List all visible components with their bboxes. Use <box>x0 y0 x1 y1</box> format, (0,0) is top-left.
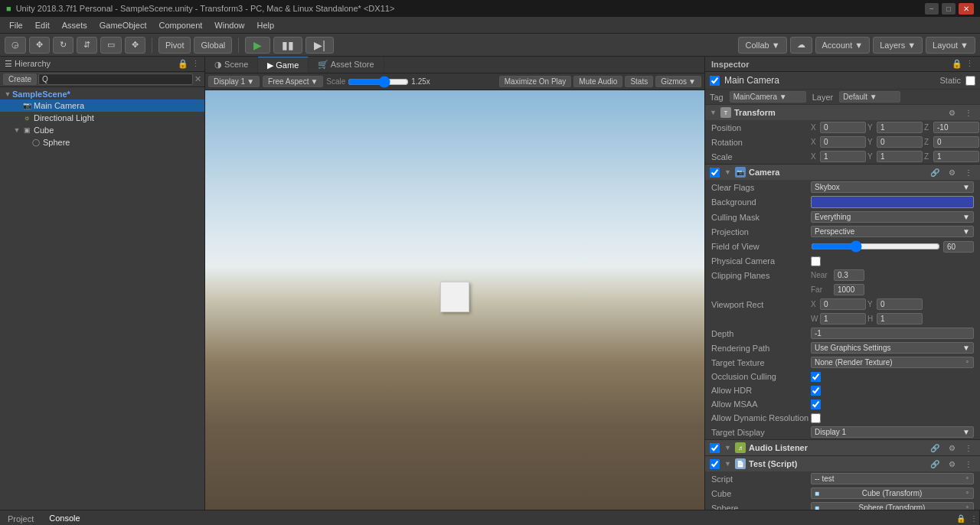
transform-tool-btn[interactable]: ✥ <box>125 37 145 54</box>
test-script-header[interactable]: ▼ 📄 Test (Script) 🔗 ⚙ ⋮ <box>705 456 980 471</box>
bottom-lock-icon[interactable]: 🔒 <box>955 513 967 524</box>
layer-dropdown[interactable]: Default ▼ <box>839 91 900 103</box>
asset-store-tab[interactable]: 🛒 Asset Store <box>309 57 384 73</box>
tree-item-maincamera[interactable]: 📷 Main Camera <box>0 99 204 112</box>
clearflags-dropdown[interactable]: Skybox ▼ <box>811 181 974 193</box>
gizmos-btn[interactable]: Gizmos ▼ <box>655 76 701 87</box>
mute-btn[interactable]: Mute Audio <box>573 76 622 87</box>
hierarchy-menu-icon[interactable]: ⋮ <box>191 59 200 69</box>
viewport-w[interactable] <box>820 313 866 324</box>
hierarchy-search[interactable] <box>38 73 193 85</box>
minimize-btn[interactable]: − <box>925 3 939 15</box>
scale-x[interactable] <box>820 151 866 162</box>
script-field[interactable]: -- test ⚬ <box>811 473 974 484</box>
audio-listener-header[interactable]: ▼ ♬ Audio Listener 🔗 ⚙ ⋮ <box>705 440 980 455</box>
account-btn[interactable]: Account ▼ <box>815 37 871 54</box>
position-z[interactable]: -10 <box>933 122 979 133</box>
inspector-menu-icon[interactable]: ⋮ <box>965 59 974 69</box>
camera-ref-btn[interactable]: 🔗 <box>927 168 942 177</box>
hdr-checkbox[interactable] <box>811 386 821 396</box>
viewport-y[interactable] <box>877 298 923 310</box>
viewport-h[interactable] <box>877 313 923 324</box>
maximize-btn[interactable]: □ <box>942 3 956 15</box>
fov-input[interactable] <box>943 241 974 253</box>
close-btn[interactable]: ✕ <box>959 3 974 15</box>
rotation-z[interactable] <box>933 136 979 148</box>
scale-tool-btn[interactable]: ⇵ <box>77 37 97 54</box>
background-color-swatch[interactable] <box>811 196 974 208</box>
renderpath-dropdown[interactable]: Use Graphics Settings ▼ <box>811 342 974 354</box>
project-tab[interactable]: Project <box>0 512 41 526</box>
msaa-checkbox[interactable] <box>811 399 821 409</box>
static-checkbox[interactable] <box>965 76 975 86</box>
pivot-btn[interactable]: Pivot <box>158 37 191 54</box>
clipping-near[interactable] <box>834 269 864 281</box>
viewport-x[interactable] <box>820 298 866 310</box>
camera-header[interactable]: ▼ 📷 Camera 🔗 ⚙ ⋮ <box>705 165 980 180</box>
transform-settings-btn[interactable]: ⚙ <box>946 109 959 117</box>
pause-btn[interactable]: ▮▮ <box>273 37 302 54</box>
script-select-btn[interactable]: ⚬ <box>965 475 970 482</box>
tree-item-samplescene[interactable]: ▼ SampleScene* <box>0 89 204 99</box>
move-tool-btn[interactable]: ✥ <box>29 37 50 54</box>
scene-tab[interactable]: ◑ Scene <box>205 57 258 73</box>
scale-slider[interactable] <box>348 76 409 88</box>
console-tab[interactable]: Console <box>41 511 87 525</box>
audio-active-checkbox[interactable] <box>710 443 720 453</box>
targetdisplay-dropdown[interactable]: Display 1 ▼ <box>811 426 974 438</box>
menu-component[interactable]: Component <box>152 19 208 31</box>
targettex-field[interactable]: None (Render Texture) ⚬ <box>811 357 974 368</box>
menu-assets[interactable]: Assets <box>56 19 93 31</box>
depth-input[interactable] <box>811 328 974 339</box>
bottom-menu-icon[interactable]: ⋮ <box>969 513 979 524</box>
audio-more-btn[interactable]: ⋮ <box>962 444 975 452</box>
audio-ref-btn[interactable]: 🔗 <box>927 444 942 452</box>
projection-dropdown[interactable]: Perspective ▼ <box>811 226 974 237</box>
global-btn[interactable]: Global <box>194 37 232 54</box>
sphere-select-btn[interactable]: ⚬ <box>965 504 970 510</box>
cube-select-btn[interactable]: ⚬ <box>965 490 970 497</box>
script-active-checkbox[interactable] <box>710 459 720 469</box>
tree-item-cube[interactable]: ▼ ▣ Cube <box>0 124 204 136</box>
collab-btn[interactable]: Collab ▼ <box>738 37 786 54</box>
fov-slider[interactable] <box>811 240 940 253</box>
play-btn[interactable]: ▶ <box>245 37 270 54</box>
position-y[interactable]: 1 <box>877 122 923 133</box>
script-more-btn[interactable]: ⋮ <box>962 460 975 468</box>
cloud-btn[interactable]: ☁ <box>790 37 812 54</box>
rotate-tool-btn[interactable]: ↻ <box>53 37 74 54</box>
dynres-checkbox[interactable] <box>811 413 821 423</box>
camera-settings-btn[interactable]: ⚙ <box>946 168 959 177</box>
layers-btn[interactable]: Layers ▼ <box>873 37 923 54</box>
tag-dropdown[interactable]: MainCamera ▼ <box>730 91 806 103</box>
rotation-x[interactable] <box>820 136 866 148</box>
transform-header[interactable]: ▼ T Transform ⚙ ⋮ <box>705 105 980 120</box>
clipping-far[interactable] <box>834 284 864 295</box>
maximize-btn[interactable]: Maximize On Play <box>499 76 572 87</box>
script-settings-btn[interactable]: ⚙ <box>946 460 959 468</box>
step-btn[interactable]: ▶| <box>305 37 334 54</box>
cube-obj-field[interactable]: ■ Cube (Transform) ⚬ <box>811 488 974 499</box>
targettex-select-btn[interactable]: ⚬ <box>965 359 970 366</box>
menu-file[interactable]: File <box>3 19 29 31</box>
tree-item-sphere[interactable]: ◯ Sphere <box>0 136 204 148</box>
display-btn[interactable]: Display 1 ▼ <box>208 76 260 87</box>
menu-window[interactable]: Window <box>208 19 250 31</box>
menu-gameobject[interactable]: GameObject <box>93 19 153 31</box>
stats-btn[interactable]: Stats <box>625 76 653 87</box>
aspect-btn[interactable]: Free Aspect ▼ <box>263 76 323 87</box>
camera-active-checkbox[interactable] <box>710 168 720 178</box>
sphere-obj-field[interactable]: ■ Sphere (Transform) ⚬ <box>811 502 974 510</box>
physical-camera-checkbox[interactable] <box>811 256 821 266</box>
script-ref-btn[interactable]: 🔗 <box>927 460 942 468</box>
create-btn[interactable]: Create <box>3 73 37 85</box>
rect-tool-btn[interactable]: ▭ <box>100 37 122 54</box>
layout-btn[interactable]: Layout ▼ <box>926 37 975 54</box>
menu-help[interactable]: Help <box>250 19 280 31</box>
game-tab[interactable]: ▶ Game <box>258 57 309 73</box>
scale-z[interactable] <box>933 151 979 162</box>
tree-item-dirlight[interactable]: ☼ Directional Light <box>0 112 204 124</box>
occlusion-checkbox[interactable] <box>811 372 821 382</box>
search-clear-btn[interactable]: ✕ <box>194 74 201 84</box>
camera-more-btn[interactable]: ⋮ <box>962 168 975 177</box>
